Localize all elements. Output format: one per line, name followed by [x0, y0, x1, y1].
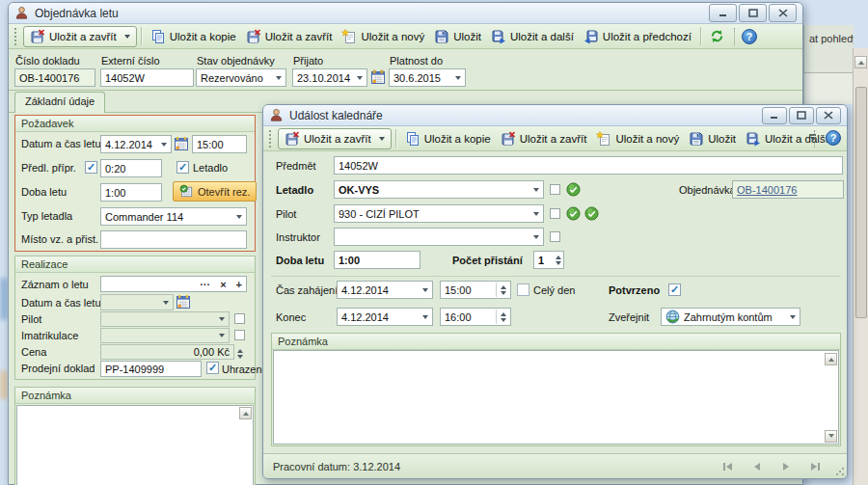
- save-copy-button[interactable]: Uložit a kopie: [146, 26, 241, 47]
- letadlo-side-checkbox[interactable]: [550, 184, 560, 195]
- imatrikulace-side-checkbox[interactable]: [234, 330, 245, 340]
- predmet-field[interactable]: 14052W: [334, 156, 843, 175]
- save-close-split-button[interactable]: Uložit a zavřít: [278, 128, 392, 149]
- close-button[interactable]: [816, 107, 841, 124]
- refresh-button[interactable]: [705, 26, 729, 46]
- scrollbar-thumb[interactable]: [855, 87, 867, 318]
- imatrikulace-combo[interactable]: [100, 328, 230, 343]
- cas-letu-field[interactable]: 15:00: [192, 135, 247, 153]
- poznamka-w2-textarea[interactable]: [273, 350, 839, 445]
- more-button[interactable]: ···: [200, 279, 210, 290]
- prodejni-doklad-field[interactable]: PP-1409999: [100, 361, 202, 377]
- save-new-button[interactable]: Uložit a nový: [591, 128, 684, 149]
- realizace-calendar-button[interactable]: [176, 294, 191, 310]
- dropdown-icon: [236, 215, 242, 219]
- pilot-side-checkbox[interactable]: [234, 313, 245, 324]
- externi-cislo-field[interactable]: 14052W: [100, 68, 194, 87]
- titlebar-objednavka[interactable]: Objednávka letu: [9, 3, 802, 24]
- letadlo-combo[interactable]: OK-VYS: [334, 180, 544, 199]
- save-prev-button[interactable]: Uložit a předchozí: [579, 26, 696, 47]
- minimize-button[interactable]: [709, 4, 737, 22]
- save-next-button[interactable]: Uložit a další: [486, 26, 579, 47]
- save-button[interactable]: Uložit: [684, 128, 741, 149]
- close-button[interactable]: [769, 4, 797, 22]
- cely-den-checkbox[interactable]: [517, 283, 529, 296]
- zahajeni-time-field[interactable]: 15:00: [440, 281, 511, 299]
- predl-pripr-checkbox[interactable]: ✓: [85, 161, 97, 174]
- konec-time-field[interactable]: 16:00: [440, 308, 511, 326]
- datum-letu-combo[interactable]: 4.12.2014: [100, 135, 172, 153]
- poznamka-w2-scroll-up[interactable]: [825, 353, 837, 365]
- zverejnit-combo[interactable]: Zahrnutým kontům: [661, 308, 800, 326]
- pilot-side-checkbox[interactable]: [550, 208, 560, 219]
- potvrzeno-checkbox[interactable]: ✓: [668, 283, 681, 296]
- titlebar-udalost[interactable]: Událost kalednáře: [263, 105, 847, 126]
- platnost-do-combo[interactable]: 30.6.2015: [389, 68, 466, 87]
- nav-next-icon[interactable]: [779, 460, 793, 473]
- predl-pripr-field[interactable]: 0:20: [100, 159, 162, 177]
- window-udalost-kalendare: Událost kalednáře Uložit a zavřít Uložit…: [262, 104, 848, 479]
- pocet-pristani-field[interactable]: 1: [533, 251, 564, 269]
- objednavka-field[interactable]: OB-1400176: [732, 180, 844, 199]
- calendar-icon: [370, 69, 386, 85]
- add-button[interactable]: +: [236, 279, 242, 290]
- konec-date-combo[interactable]: 4.12.2014: [337, 308, 433, 326]
- pocet-spinner[interactable]: [552, 253, 561, 267]
- instruktor-combo[interactable]: [334, 228, 544, 246]
- scroll-up-icon[interactable]: [854, 56, 867, 68]
- typ-letadla-combo[interactable]: Commander 114: [100, 207, 247, 226]
- instruktor-side-checkbox[interactable]: [550, 231, 560, 242]
- save-close-button[interactable]: Uložit a zavřít: [496, 128, 592, 149]
- save-icon: [689, 131, 704, 147]
- stav-objednavky-combo[interactable]: Rezervováno: [196, 68, 286, 87]
- realizace-pilot-combo[interactable]: [100, 311, 230, 327]
- tab-zakladni-udaje[interactable]: Základní údaje: [14, 92, 105, 113]
- save-button[interactable]: Uložit: [429, 26, 486, 47]
- otevrit-rez-button[interactable]: Otevřít rez.: [173, 181, 257, 202]
- zaznam-o-letu-field[interactable]: ···×+: [100, 276, 247, 292]
- save-new-button[interactable]: Uložit a nový: [337, 26, 429, 47]
- datum-letu-calendar-button[interactable]: [174, 136, 189, 151]
- background-scrollbar[interactable]: [853, 48, 868, 485]
- save-next-icon: [491, 29, 506, 44]
- cena-spinner[interactable]: [237, 346, 243, 362]
- save-close-split-button[interactable]: Uložit a zavřít: [23, 26, 137, 47]
- nav-prev-icon[interactable]: [750, 460, 764, 473]
- toolbar-grip[interactable]: [269, 130, 274, 148]
- doba-letu-label: Doba letu: [276, 255, 324, 266]
- minimize-button[interactable]: [762, 107, 787, 124]
- maximize-button[interactable]: [789, 107, 814, 124]
- doba-letu-field[interactable]: 1:00: [100, 183, 162, 202]
- cislo-dokladu-field[interactable]: OB-1400176: [14, 68, 95, 87]
- clear-button[interactable]: ×: [220, 279, 226, 290]
- poznamka-w1-textarea[interactable]: [16, 405, 254, 485]
- save-label: Uložit: [453, 31, 481, 42]
- save-next-button[interactable]: Uložit a další: [741, 128, 833, 149]
- help-icon[interactable]: [742, 29, 757, 44]
- save-copy-button[interactable]: Uložit a kopie: [400, 128, 496, 149]
- help-icon[interactable]: [826, 130, 841, 146]
- nav-last-icon[interactable]: [808, 460, 822, 473]
- resize-grip[interactable]: [834, 466, 845, 476]
- nav-first-icon[interactable]: [721, 460, 735, 473]
- prijato-calendar-button[interactable]: [370, 69, 386, 85]
- cena-field[interactable]: 0,00 Kč: [100, 344, 234, 360]
- uhrazeno-checkbox[interactable]: ✓: [206, 362, 219, 374]
- poznamka-w2-scroll-down[interactable]: [825, 430, 837, 443]
- prijato-combo[interactable]: 23.10.2014: [292, 68, 367, 87]
- save-close-button[interactable]: Uložit a zavřít: [241, 26, 338, 47]
- toolbar-grip[interactable]: [14, 28, 19, 45]
- realizace-datum-combo[interactable]: [100, 294, 174, 310]
- realizace-pilot-label: Pilot: [21, 313, 41, 325]
- maximize-button[interactable]: [739, 4, 767, 22]
- calendar-icon: [176, 294, 191, 310]
- misto-field[interactable]: [100, 230, 247, 249]
- poznamka-w1-scroll-up[interactable]: [239, 407, 252, 419]
- zahajeni-time-spinner[interactable]: [496, 283, 506, 297]
- pilot-combo[interactable]: 930 - CIZÍ PILOT: [334, 204, 544, 223]
- doba-letu-field[interactable]: 1:00: [334, 251, 420, 269]
- letadlo-checkbox[interactable]: ✓: [176, 161, 189, 174]
- zahajeni-date-combo[interactable]: 4.12.2014: [337, 281, 433, 299]
- konec-time-spinner[interactable]: [496, 310, 506, 324]
- objednavka-link[interactable]: OB-1400176: [737, 184, 797, 196]
